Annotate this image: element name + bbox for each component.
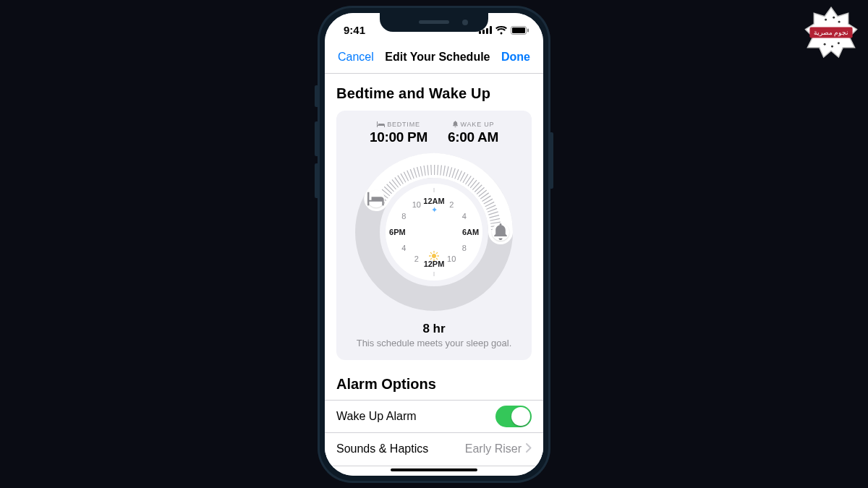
svg-point-6 <box>824 43 826 46</box>
svg-point-3 <box>825 19 827 21</box>
phone-notch <box>380 13 488 32</box>
section-title-alarm: Alarm Options <box>336 376 532 393</box>
phone-power-button <box>550 132 553 189</box>
bedtime-handle[interactable] <box>367 190 385 207</box>
bedtime-value: 10:00 PM <box>370 129 427 145</box>
dial-label-4: 4 <box>462 212 467 221</box>
bed-icon <box>377 121 385 127</box>
svg-point-7 <box>831 46 833 48</box>
svg-line-29 <box>430 258 431 259</box>
phone-volume-down <box>315 163 318 198</box>
battery-icon <box>511 26 529 35</box>
bell-icon <box>492 223 509 241</box>
phone-frame: 9:41 Cancel Edit Your Schedule Done Bedt… <box>318 6 550 483</box>
dial-label-10: 10 <box>447 254 456 263</box>
svg-point-5 <box>838 21 841 23</box>
dial-label-4p: 4 <box>401 244 406 252</box>
svg-rect-9 <box>479 31 481 34</box>
dial-label-6pm: 6PM <box>389 228 406 236</box>
wakeup-handle[interactable] <box>492 223 509 241</box>
wakeup-value: 6:00 AM <box>448 129 498 145</box>
svg-rect-14 <box>512 27 525 33</box>
dial-label-2: 2 <box>449 200 454 209</box>
done-button[interactable]: Done <box>501 51 530 64</box>
sleep-dial[interactable]: 12AM 6AM 12PM 6PM 2 4 8 10 2 4 8 10 <box>354 153 514 312</box>
wake-up-alarm-label: Wake Up Alarm <box>336 410 417 423</box>
home-indicator[interactable] <box>391 468 477 471</box>
phone-mute-switch <box>315 85 318 107</box>
bell-icon <box>452 121 459 127</box>
section-title-bedtime: Bedtime and Wake Up <box>336 85 532 102</box>
dial-label-10p: 10 <box>412 200 421 209</box>
dial-label-8p: 8 <box>401 212 406 221</box>
wifi-icon <box>495 26 507 35</box>
chevron-right-icon <box>526 442 532 455</box>
row-sounds-haptics[interactable]: Sounds & Haptics Early Riser <box>325 433 543 466</box>
stars-icon: ✦ <box>431 205 438 214</box>
dial-label-8: 8 <box>462 244 467 252</box>
phone-volume-up <box>315 121 318 156</box>
watermark-logo: نجوم مصرية <box>804 6 858 59</box>
dial-label-6am: 6AM <box>462 228 479 236</box>
svg-point-4 <box>833 17 835 19</box>
dial-label-12am: 12AM <box>423 197 444 205</box>
svg-line-27 <box>430 252 431 253</box>
svg-rect-11 <box>486 28 488 34</box>
sleep-goal-message: This schedule meets your sleep goal. <box>344 338 524 348</box>
status-time: 9:41 <box>344 24 365 36</box>
nav-bar: Cancel Edit Your Schedule Done <box>325 42 543 74</box>
wake-up-alarm-toggle[interactable] <box>495 406 532 427</box>
bed-icon <box>367 190 385 207</box>
wakeup-column: WAKE UP 6:00 AM <box>448 121 498 145</box>
sounds-haptics-label: Sounds & Haptics <box>336 442 428 455</box>
row-wake-up-alarm[interactable]: Wake Up Alarm <box>325 400 543 433</box>
sounds-haptics-value: Early Riser <box>465 442 522 455</box>
nav-title: Edit Your Schedule <box>385 51 490 64</box>
svg-point-8 <box>838 42 840 44</box>
svg-rect-15 <box>527 28 529 32</box>
svg-rect-10 <box>482 30 485 34</box>
svg-point-22 <box>432 254 436 258</box>
bedtime-column: BEDTIME 10:00 PM <box>370 121 427 145</box>
cancel-button[interactable]: Cancel <box>338 51 374 64</box>
wakeup-label: WAKE UP <box>461 121 495 128</box>
dial-label-2p: 2 <box>414 254 419 263</box>
svg-line-30 <box>436 252 437 253</box>
bedtime-card: BEDTIME 10:00 PM WAKE UP 6:00 AM <box>336 111 532 360</box>
sleep-duration: 8 hr <box>344 322 524 336</box>
sun-icon <box>429 251 439 261</box>
bedtime-label: BEDTIME <box>387 121 420 128</box>
svg-line-28 <box>436 258 437 259</box>
svg-rect-12 <box>490 26 492 34</box>
svg-text:نجوم مصرية: نجوم مصرية <box>814 29 848 37</box>
